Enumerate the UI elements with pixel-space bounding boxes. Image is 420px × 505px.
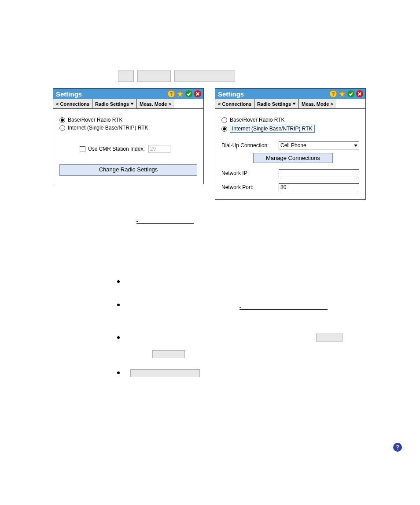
radio-label: Internet (Single Base/NTRIP) RTK (230, 125, 315, 133)
settings-panel-radio-rtk: Settings ? < Connections Radio Settings … (53, 88, 204, 184)
chevron-down-icon (130, 103, 134, 105)
dial-up-value: Cell Phone (280, 142, 306, 149)
station-index-field[interactable]: 29 (148, 145, 170, 153)
radio-base-rover[interactable]: Base/Rover Radio RTK (221, 117, 359, 123)
placeholder-box (174, 71, 235, 82)
svg-marker-7 (339, 90, 346, 97)
ok-icon[interactable] (185, 90, 193, 98)
network-port-field[interactable]: 80 (279, 183, 359, 191)
radio-icon (59, 117, 65, 123)
titlebar: Settings ? (215, 89, 365, 99)
bullet-section (117, 278, 370, 392)
list-item (117, 301, 370, 310)
checkbox-label: Use CMR Station Index: (88, 146, 145, 152)
tab-bar: < Connections Radio Settings Meas. Mode … (215, 99, 365, 109)
settings-panel-internet-rtk: Settings ? < Connections Radio Settings … (215, 88, 366, 200)
placeholder-box (137, 71, 171, 82)
titlebar: Settings ? (53, 89, 203, 99)
manage-connections-button[interactable]: Manage Connections (253, 153, 333, 163)
tab-radio-settings[interactable]: Radio Settings (92, 99, 137, 108)
star-icon[interactable] (338, 90, 346, 98)
radio-label: Internet (Single Base/NTRIP) RTK (68, 125, 148, 131)
radio-internet-rtk[interactable]: Internet (Single Base/NTRIP) RTK (221, 125, 359, 133)
chevron-down-icon (292, 103, 296, 105)
svg-text:?: ? (332, 91, 335, 97)
tab-radio-settings[interactable]: Radio Settings (254, 99, 299, 108)
tab-next-meas-mode[interactable]: Meas. Mode > (137, 99, 174, 108)
title: Settings (55, 90, 167, 98)
radio-icon (221, 117, 227, 123)
svg-point-3 (185, 90, 192, 97)
list-item (117, 369, 370, 377)
use-cmr-checkbox-row[interactable]: Use CMR Station Index: 29 (80, 145, 197, 153)
network-ip-label: Network IP: (221, 170, 279, 176)
change-radio-settings-button[interactable]: Change Radio Settings (59, 164, 197, 176)
radio-base-rover[interactable]: Base/Rover Radio RTK (59, 117, 197, 123)
network-port-label: Network Port: (221, 184, 279, 190)
list-item (117, 334, 370, 359)
close-icon[interactable] (194, 90, 202, 98)
link-placeholder (53, 215, 370, 224)
close-icon[interactable] (356, 90, 364, 98)
tab-bar: < Connections Radio Settings Meas. Mode … (53, 99, 203, 109)
radio-label: Base/Rover Radio RTK (230, 117, 285, 123)
tab-prev-connections[interactable]: < Connections (53, 99, 92, 108)
dial-up-select[interactable]: Cell Phone (279, 141, 359, 149)
network-ip-field[interactable] (279, 169, 359, 177)
placeholder-box (152, 350, 185, 358)
radio-internet-rtk[interactable]: Internet (Single Base/NTRIP) RTK (59, 125, 197, 131)
title: Settings (217, 90, 329, 98)
help-icon[interactable]: ? (329, 90, 337, 98)
help-icon[interactable]: ? (167, 90, 175, 98)
ok-icon[interactable] (347, 90, 355, 98)
svg-point-8 (347, 90, 354, 97)
checkbox-icon (80, 146, 85, 152)
placeholder-box (316, 334, 343, 342)
top-placeholder-row (118, 71, 235, 82)
tab-next-meas-mode[interactable]: Meas. Mode > (299, 99, 336, 108)
radio-icon (221, 126, 227, 132)
list-item (117, 278, 370, 286)
chevron-down-icon (354, 145, 357, 147)
tab-prev-connections[interactable]: < Connections (215, 99, 254, 108)
svg-text:?: ? (396, 444, 400, 451)
radio-label: Base/Rover Radio RTK (68, 117, 123, 123)
placeholder-box (118, 71, 134, 82)
radio-icon (59, 125, 65, 131)
svg-marker-2 (177, 90, 184, 97)
star-icon[interactable] (176, 90, 184, 98)
svg-text:?: ? (170, 91, 173, 97)
help-badge-icon[interactable]: ? (393, 442, 402, 452)
dial-up-label: Dial-Up Connection: (221, 142, 279, 149)
placeholder-box (130, 369, 200, 377)
